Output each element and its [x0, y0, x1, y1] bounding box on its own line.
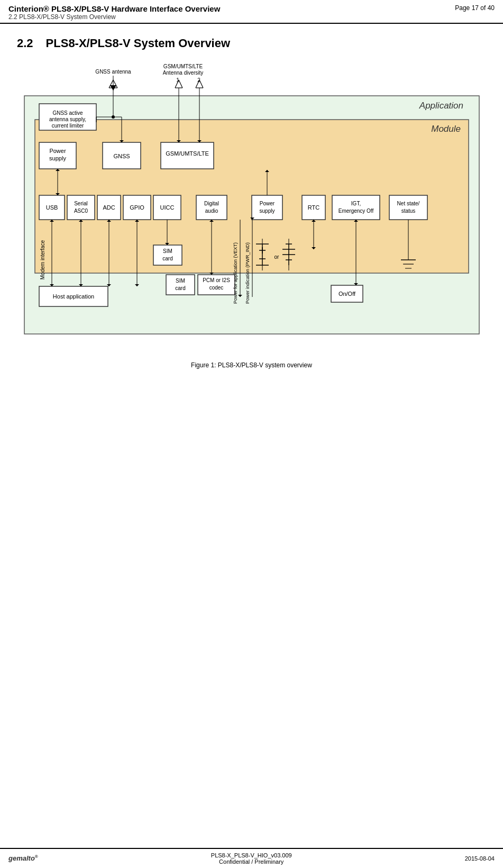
svg-marker-127	[354, 283, 358, 285]
svg-rect-59	[252, 195, 282, 220]
svg-text:Power indication (PWR_IND): Power indication (PWR_IND)	[245, 242, 250, 304]
svg-rect-64	[332, 195, 380, 220]
svg-rect-0	[24, 96, 479, 334]
svg-rect-31	[39, 142, 76, 169]
doc-subtitle: 2.2 PLS8-X/PLS8-V System Overview	[8, 13, 220, 21]
svg-text:1: 1	[176, 77, 179, 83]
svg-marker-95	[135, 220, 139, 222]
svg-text:GNSS antenna: GNSS antenna	[95, 69, 131, 75]
svg-text:current limiter: current limiter	[51, 123, 84, 129]
svg-rect-47	[67, 195, 95, 220]
svg-marker-97	[165, 243, 169, 245]
svg-text:antenna supply,: antenna supply,	[49, 116, 86, 122]
footer-date: 2015-08-04	[465, 855, 495, 862]
svg-text:GNSS active: GNSS active	[52, 110, 83, 116]
svg-rect-70	[39, 286, 108, 306]
svg-marker-38	[120, 140, 124, 142]
svg-line-12	[113, 80, 117, 88]
svg-line-19	[196, 80, 199, 88]
svg-marker-134	[56, 193, 60, 195]
svg-rect-67	[389, 195, 427, 220]
svg-text:Power: Power	[49, 148, 66, 154]
svg-text:or: or	[274, 254, 279, 260]
svg-text:USB: USB	[45, 204, 58, 211]
svg-marker-89	[79, 220, 83, 222]
page-header: Cinterion® PLS8-X/PLS8-V Hardware Interf…	[0, 0, 503, 24]
svg-marker-44	[197, 140, 202, 142]
svg-text:On/Off: On/Off	[338, 291, 355, 297]
svg-rect-34	[103, 142, 141, 169]
svg-marker-106	[250, 218, 254, 220]
svg-text:Power for application (VEXT): Power for application (VEXT)	[233, 242, 238, 304]
section-heading: 2.2 PLS8-X/PLS8-V System Overview	[0, 24, 503, 55]
svg-marker-85	[50, 284, 54, 286]
svg-text:Digital: Digital	[204, 201, 219, 206]
footer-logo: gemalto®	[8, 854, 38, 862]
diagram-container: Application Module GNSS antenna GSM/UMTS…	[19, 59, 484, 355]
svg-text:codec: codec	[209, 285, 223, 291]
svg-text:GNSS: GNSS	[113, 153, 130, 159]
svg-text:GSM/UMTS/LTE: GSM/UMTS/LTE	[163, 64, 203, 69]
svg-marker-94	[135, 284, 139, 286]
svg-rect-2	[35, 120, 469, 273]
svg-text:Serial: Serial	[74, 201, 88, 206]
svg-marker-88	[79, 284, 83, 286]
svg-point-28	[112, 115, 115, 119]
svg-text:Net state/: Net state/	[397, 201, 419, 206]
svg-text:2: 2	[197, 77, 200, 83]
svg-text:supply: supply	[259, 208, 275, 214]
svg-text:UICC: UICC	[160, 204, 174, 211]
svg-text:GPIO: GPIO	[130, 204, 144, 211]
header-left: Cinterion® PLS8-X/PLS8-V Hardware Interf…	[8, 4, 220, 21]
svg-text:Application: Application	[418, 101, 463, 111]
section-title: PLS8-X/PLS8-V System Overview	[46, 37, 231, 50]
svg-marker-91	[107, 284, 111, 286]
page-footer: gemalto® PLS8-X_PLS8-V_HIO_v03.009 Confi…	[0, 848, 503, 868]
diagram-svg: Application Module GNSS antenna GSM/UMTS…	[19, 59, 484, 355]
doc-title: Cinterion® PLS8-X/PLS8-V Hardware Interf…	[8, 4, 220, 13]
svg-line-15	[175, 80, 179, 88]
svg-marker-128	[354, 220, 358, 222]
svg-line-20	[199, 80, 203, 88]
svg-marker-92	[107, 220, 111, 222]
svg-marker-135	[56, 169, 60, 171]
svg-text:Antenna diversity: Antenna diversity	[162, 70, 203, 76]
svg-marker-99	[209, 273, 214, 275]
svg-text:Module: Module	[431, 124, 461, 134]
svg-rect-23	[39, 104, 96, 130]
svg-line-16	[179, 80, 182, 88]
svg-text:card: card	[162, 256, 172, 261]
svg-marker-124	[312, 247, 316, 249]
svg-text:Host application: Host application	[52, 293, 94, 300]
svg-rect-54	[153, 195, 181, 220]
svg-marker-103	[238, 295, 242, 297]
svg-text:IGT,: IGT,	[351, 201, 360, 206]
diagram-wrapper: Application Module GNSS antenna GSM/UMTS…	[0, 55, 503, 390]
svg-rect-81	[331, 285, 363, 302]
svg-rect-62	[302, 195, 325, 220]
svg-rect-39	[161, 142, 214, 169]
svg-marker-137	[265, 170, 269, 172]
svg-marker-6	[110, 85, 116, 91]
svg-rect-72	[153, 245, 182, 265]
svg-text:status: status	[401, 208, 415, 214]
svg-line-11	[109, 80, 113, 88]
svg-text:Emergency Off: Emergency Off	[338, 208, 373, 214]
svg-text:supply: supply	[49, 155, 66, 161]
svg-rect-50	[97, 195, 121, 220]
svg-text:SIM: SIM	[176, 278, 185, 284]
footer-center: PLS8-X_PLS8-V_HIO_v03.009 Confidential /…	[211, 852, 292, 865]
figure-caption: Figure 1: PLS8-X/PLS8-V system overview	[13, 361, 490, 369]
svg-text:Power: Power	[259, 201, 275, 206]
section-number: 2.2	[17, 37, 33, 50]
svg-rect-78	[198, 275, 235, 295]
svg-marker-42	[177, 140, 181, 142]
svg-text:PCM or I2S: PCM or I2S	[203, 277, 230, 283]
svg-text:SIM: SIM	[163, 248, 172, 254]
svg-marker-100	[209, 220, 214, 222]
svg-text:ADC: ADC	[103, 204, 115, 211]
svg-text:audio: audio	[205, 208, 218, 214]
svg-text:GSM/UMTS/LTE: GSM/UMTS/LTE	[166, 150, 209, 157]
svg-rect-56	[196, 195, 227, 220]
svg-marker-86	[50, 220, 54, 222]
